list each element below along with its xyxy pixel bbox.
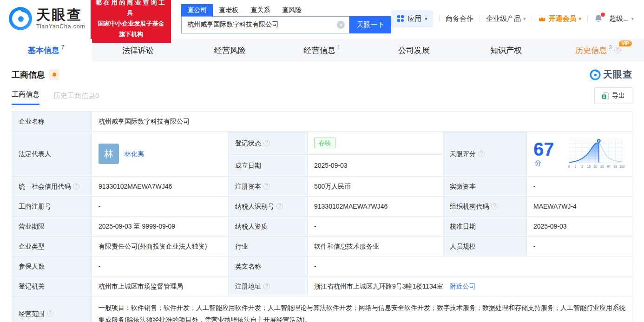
status-badge: 存续 xyxy=(314,138,335,148)
tab-count: 7 xyxy=(61,44,65,51)
help-icon[interactable]: ? xyxy=(263,140,270,146)
field-approval-date-label: 核准日期 xyxy=(443,217,527,237)
tab-basic-info[interactable]: 基本信息 7 xyxy=(0,39,92,61)
bell-icon xyxy=(52,72,57,78)
chevron-down-icon: ▾ xyxy=(523,16,526,22)
menu-super-vip[interactable]: 超级... ▾ xyxy=(609,14,634,23)
field-paid-capital-label: 实缴资本 xyxy=(443,177,527,197)
table-row: 营业期限 2025-09-03 至 9999-09-09 纳税人资质 - 核准日… xyxy=(12,217,632,237)
tab-basic-info-label: 基本信息 xyxy=(28,45,59,56)
field-score-value: 67分 xyxy=(527,131,632,177)
section-title: 工商信息 xyxy=(12,69,45,80)
search-area: 查公司 查老板 查关系 查风险 ✕ 天眼一下 xyxy=(181,4,391,33)
field-reg-capital-value: 500万人民币 xyxy=(308,177,443,197)
field-english-name-label: 英文名称 xyxy=(229,256,308,276)
field-score-label: 天眼评分? xyxy=(443,131,527,177)
company-nav-tabs: 基本信息 7 法律诉讼 经营风险 经营信息 1 公司发展 知识产权 VIP 历史… xyxy=(0,39,644,61)
menu-open-vip[interactable]: 开通会员 ▾ xyxy=(538,14,581,23)
tab-operating-risk-label: 经营风险 xyxy=(214,45,246,56)
tab-company-development[interactable]: 公司发展 xyxy=(368,39,460,61)
tab-count: 3 xyxy=(609,44,612,51)
subtab-business-info[interactable]: 工商信息 xyxy=(12,90,39,105)
search-button[interactable]: 天眼一下 xyxy=(349,16,391,33)
tab-legal-litigation-label: 法律诉讼 xyxy=(122,45,154,56)
logo-domain: TianYanCha.com xyxy=(36,23,85,30)
svg-text:3: 3 xyxy=(581,165,583,168)
tab-history-info[interactable]: VIP 历史信息 3 ? xyxy=(552,39,644,61)
notifications-bell[interactable] xyxy=(594,14,603,23)
tab-operating-info[interactable]: 经营信息 1 xyxy=(276,39,368,61)
field-english-name-value: - xyxy=(308,256,632,276)
nearby-companies-link[interactable]: 附近公司 xyxy=(449,283,475,290)
field-staff-size-value: - xyxy=(527,237,632,256)
help-icon[interactable]: ? xyxy=(263,183,270,190)
search-tab-boss[interactable]: 查老板 xyxy=(213,4,244,16)
field-org-code-label: 组织机构代码? xyxy=(443,197,527,217)
subscribe-bell-button[interactable] xyxy=(49,69,59,80)
field-legal-rep-label: 法定代表人 xyxy=(12,131,92,177)
header-menu: 应用 ▾ 商务合作 企业级产品 ▾ 开通会员 ▾ 超 xyxy=(391,10,634,27)
tab-intellectual-property[interactable]: 知识产权 xyxy=(460,39,552,61)
divider xyxy=(532,15,532,22)
tab-operating-info-label: 经营信息 xyxy=(304,45,335,56)
divider xyxy=(439,15,440,22)
menu-apps[interactable]: 应用 ▾ xyxy=(391,10,433,27)
svg-text:99: 99 xyxy=(614,165,618,168)
field-credit-code-value: 91330102MAEWA7WJ46 xyxy=(92,177,229,197)
avatar[interactable]: 林 xyxy=(99,144,119,164)
tab-operating-risk[interactable]: 经营风险 xyxy=(184,39,276,61)
legal-rep-link[interactable]: 林化夷 xyxy=(125,149,144,158)
field-credit-code-label: 统一社会信用代码? xyxy=(12,177,92,197)
help-icon[interactable]: ? xyxy=(47,310,53,317)
help-icon[interactable]: ? xyxy=(263,283,270,289)
help-icon[interactable]: ? xyxy=(491,203,498,210)
field-reg-authority-value: 杭州市上城区市场监督管理局 xyxy=(92,276,229,296)
field-company-name-value: 杭州咸亨国际数字科技有限公司 xyxy=(92,112,632,131)
search-tab-relation[interactable]: 查关系 xyxy=(244,4,276,16)
field-business-term-value: 2025-09-03 至 9999-09-09 xyxy=(92,217,229,237)
field-business-term-label: 营业期限 xyxy=(12,217,92,237)
field-insured-count-value: - xyxy=(92,256,229,276)
search-tabs: 查公司 查老板 查关系 查风险 xyxy=(181,4,391,16)
svg-text:97: 97 xyxy=(607,165,611,168)
divider xyxy=(480,15,480,22)
score-axis-ticks: 0 1 3 15 50 85 97 99 100 xyxy=(568,165,624,168)
field-reg-status-value: 存续 xyxy=(308,131,443,155)
tab-legal-litigation[interactable]: 法律诉讼 xyxy=(92,39,184,61)
help-icon[interactable]: ? xyxy=(276,203,283,210)
score-number: 67 xyxy=(533,139,554,159)
chevron-down-icon: ▾ xyxy=(631,16,634,22)
menu-cooperation-label: 商务合作 xyxy=(446,14,473,23)
notification-dot xyxy=(601,13,605,17)
chevron-down-icon: ▾ xyxy=(425,16,427,22)
menu-cooperation[interactable]: 商务合作 xyxy=(446,14,473,23)
subtab-business-info-label: 工商信息 xyxy=(12,90,39,98)
subtab-history-business-info[interactable]: 历史工商信息0 xyxy=(53,92,99,105)
svg-text:85: 85 xyxy=(600,165,604,168)
clear-search-icon[interactable]: ✕ xyxy=(337,21,345,29)
field-org-code-value: MAEWA7WJ-4 xyxy=(527,197,632,217)
field-taxpayer-id-value: 91330102MAEWA7WJ46 xyxy=(308,197,443,217)
search-tab-company[interactable]: 查公司 xyxy=(181,4,213,16)
business-info-table: 企业名称 杭州咸亨国际数字科技有限公司 法定代表人 林 林化夷 登记状态? 存续 xyxy=(12,111,632,322)
tianyancha-logo[interactable]: 天眼查 TianYanCha.com xyxy=(8,7,85,31)
app-grid-icon xyxy=(397,15,404,22)
menu-enterprise-products[interactable]: 企业级产品 ▾ xyxy=(486,14,526,23)
help-icon[interactable]: ? xyxy=(614,47,621,53)
field-taxpayer-id-label: 纳税人识别号? xyxy=(229,197,308,217)
search-input[interactable] xyxy=(181,16,349,33)
help-icon[interactable]: ? xyxy=(478,151,485,157)
field-establish-date-label: 成立日期 xyxy=(229,155,308,177)
subtab-history-count: 0 xyxy=(95,92,99,99)
field-business-scope-label: 经营范围? xyxy=(12,296,92,322)
field-company-name-label: 企业名称 xyxy=(12,112,92,131)
watermark-text: 天眼查 xyxy=(603,68,632,81)
slogan-line1: 都在用的商业查询工具 xyxy=(95,0,167,19)
menu-apps-label: 应用 xyxy=(407,14,421,23)
field-insured-count-label: 参保人数 xyxy=(12,256,92,276)
subtab-history-label: 历史工商信息 xyxy=(53,92,95,99)
field-company-type-label: 企业类型 xyxy=(12,237,92,256)
help-icon[interactable]: ? xyxy=(73,183,79,190)
export-button[interactable]: 导出 xyxy=(594,87,632,104)
search-tab-risk[interactable]: 查风险 xyxy=(276,4,308,16)
